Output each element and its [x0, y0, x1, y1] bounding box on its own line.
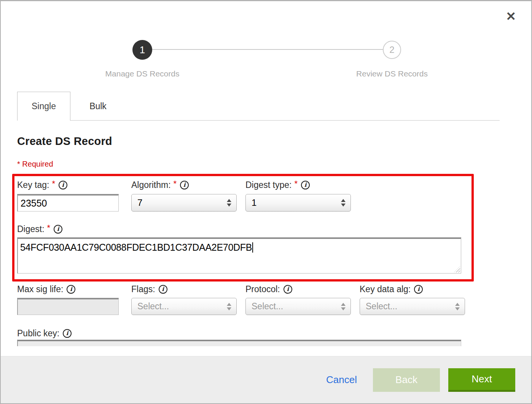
info-icon[interactable]: [159, 285, 167, 294]
required-asterisk: *: [294, 179, 298, 189]
next-button-label: Next: [471, 373, 492, 385]
tab-divider-line: [70, 120, 500, 121]
page-title: Create DS Record: [17, 135, 112, 148]
back-button-label: Back: [395, 374, 417, 386]
flags-value: Select...: [137, 301, 169, 312]
next-button[interactable]: Next: [448, 368, 515, 392]
key-tag-label: Key tag: *: [17, 179, 67, 191]
step-1-indicator: 1: [132, 40, 152, 60]
info-icon[interactable]: [180, 181, 189, 189]
tab-bulk-label: Bulk: [89, 101, 107, 111]
info-icon[interactable]: [414, 285, 423, 294]
cancel-button[interactable]: Cancel: [326, 374, 357, 386]
close-icon[interactable]: ✕: [506, 10, 516, 22]
max-sig-life-label: Max sig life:: [17, 283, 75, 295]
select-arrows-icon: [341, 199, 346, 207]
key-tag-input[interactable]: 23550: [17, 194, 119, 212]
tab-single-label: Single: [32, 101, 56, 111]
algorithm-label-text: Algorithm:: [131, 180, 171, 190]
digest-value: 54FCF030AA1C79C0088FDEC1BD1C37DAA2E70DFB: [20, 242, 252, 253]
select-arrows-icon: [227, 303, 231, 310]
digest-textarea[interactable]: 54FCF030AA1C79C0088FDEC1BD1C37DAA2E70DFB: [17, 237, 461, 274]
algorithm-label: Algorithm: *: [131, 179, 189, 191]
flags-select[interactable]: Select...: [131, 298, 237, 315]
key-data-alg-label: Key data alg:: [360, 283, 423, 295]
back-button[interactable]: Back: [373, 368, 440, 392]
flags-label: Flags:: [131, 283, 167, 295]
step-2-indicator: 2: [383, 41, 401, 59]
info-icon[interactable]: [54, 225, 62, 234]
key-tag-label-text: Key tag:: [17, 180, 49, 190]
max-sig-life-label-text: Max sig life:: [17, 284, 63, 294]
digest-type-label: Digest type: *: [245, 179, 310, 191]
required-asterisk: *: [174, 179, 177, 189]
resize-handle[interactable]: [454, 266, 460, 272]
select-arrows-icon: [455, 303, 460, 310]
protocol-select[interactable]: Select...: [245, 298, 351, 315]
public-key-label: Public key:: [17, 328, 72, 339]
max-sig-life-input[interactable]: [17, 298, 119, 315]
key-data-alg-value: Select...: [366, 301, 397, 312]
public-key-label-text: Public key:: [17, 328, 59, 339]
tab-bulk[interactable]: Bulk: [70, 92, 126, 120]
required-asterisk: *: [47, 223, 51, 233]
digest-label: Digest: *: [17, 223, 62, 235]
protocol-label: Protocol:: [245, 283, 292, 295]
digest-type-value: 1: [252, 197, 256, 208]
key-data-alg-label-text: Key data alg:: [360, 284, 411, 294]
step-1-number: 1: [140, 44, 145, 56]
algorithm-select[interactable]: 7: [131, 194, 237, 212]
public-key-textarea[interactable]: [17, 340, 461, 346]
step-2-label: Review DS Records: [331, 69, 453, 78]
select-arrows-icon: [227, 199, 231, 207]
info-icon[interactable]: [59, 181, 67, 189]
step-2-number: 2: [389, 45, 394, 55]
info-icon[interactable]: [63, 329, 72, 338]
key-data-alg-select[interactable]: Select...: [360, 298, 465, 315]
digest-type-select[interactable]: 1: [245, 194, 351, 212]
select-arrows-icon: [341, 303, 346, 310]
key-tag-value: 23550: [21, 198, 47, 209]
required-asterisk: *: [52, 179, 55, 189]
stepper-connector-line: [142, 49, 392, 50]
tab-single[interactable]: Single: [17, 92, 70, 121]
flags-label-text: Flags:: [131, 284, 155, 294]
info-icon[interactable]: [301, 181, 310, 189]
modal-footer: Cancel Back Next: [1, 356, 531, 403]
algorithm-value: 7: [137, 197, 142, 208]
step-1-label: Manage DS Records: [81, 69, 203, 78]
digest-type-label-text: Digest type:: [245, 180, 291, 190]
text-cursor: [252, 242, 253, 253]
digest-label-text: Digest:: [17, 224, 45, 234]
info-icon[interactable]: [67, 285, 75, 294]
create-ds-record-modal: ✕ 1 2 Manage DS Records Review DS Record…: [0, 0, 532, 404]
info-icon[interactable]: [284, 285, 292, 294]
required-note: * Required: [17, 160, 53, 169]
protocol-value: Select...: [252, 301, 283, 312]
protocol-label-text: Protocol:: [245, 284, 280, 294]
